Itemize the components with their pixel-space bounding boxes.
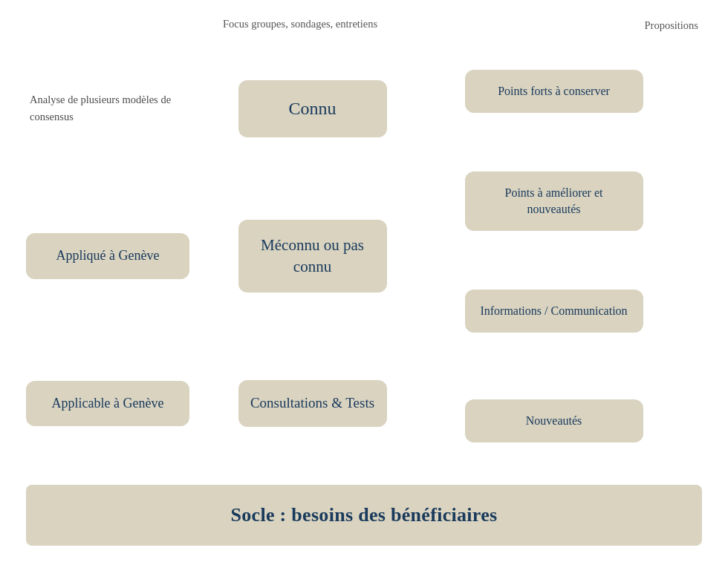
footer-bar: Socle : besoins des bénéficiaires: [26, 485, 702, 546]
mid-row2: Méconnu ou pas connu: [233, 189, 392, 324]
right-row1: Points forts à conserver: [406, 41, 702, 142]
box-connu: Connu: [238, 80, 387, 138]
box-points-ameliorer: Points à améliorer et nouveautés: [465, 171, 643, 232]
footer-text: Socle : besoins des bénéficiaires: [231, 504, 498, 526]
left-row3: Applicable à Genève: [26, 330, 219, 477]
content-area: Analyse de plusieurs modèles de consensu…: [26, 35, 702, 477]
middle-column: Connu Méconnu ou pas connu Consultations…: [233, 35, 392, 477]
right-row2: Points à améliorer et nouveautés: [406, 151, 702, 252]
right-row4: Nouveautés: [406, 370, 702, 471]
box-meconnu: Méconnu ou pas connu: [238, 220, 387, 293]
right-column: Points forts à conserver Points à amélio…: [406, 35, 702, 477]
box-applicable: Applicable à Genève: [26, 381, 189, 426]
mid-row3: Consultations & Tests: [233, 336, 392, 471]
header-right-text: Propositions: [379, 19, 702, 32]
diagram-area: Focus groupes, sondages, entretiens Prop…: [0, 0, 728, 485]
header-row: Focus groupes, sondages, entretiens Prop…: [26, 16, 702, 32]
box-informations: Informations / Communication: [465, 290, 643, 333]
header-middle-text: Focus groupes, sondages, entretiens: [219, 16, 379, 32]
mid-row1: Connu: [233, 41, 392, 177]
analyse-label: Analyse de plusieurs modèles de consensu…: [26, 91, 219, 125]
left-column: Analyse de plusieurs modèles de consensu…: [26, 35, 219, 477]
box-nouveautes: Nouveautés: [465, 399, 643, 442]
right-row3: Informations / Communication: [406, 261, 702, 362]
box-applique: Appliqué à Genève: [26, 233, 189, 278]
box-points-forts: Points forts à conserver: [465, 70, 643, 113]
left-row1: Analyse de plusieurs modèles de consensu…: [26, 35, 219, 183]
box-consultations: Consultations & Tests: [238, 380, 387, 427]
left-row2: Appliqué à Genève: [26, 183, 219, 330]
